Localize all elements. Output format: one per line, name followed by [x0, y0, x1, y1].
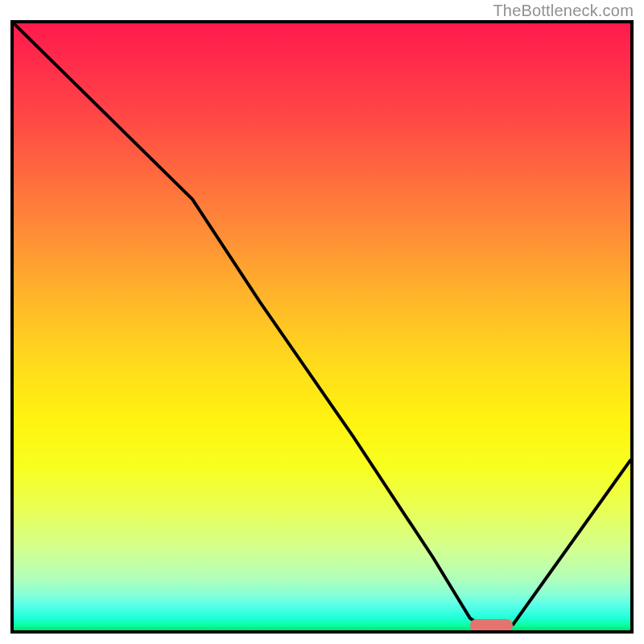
bottleneck-curve	[14, 23, 630, 630]
watermark-text: TheBottleneck.com	[493, 2, 634, 20]
plot-area	[10, 20, 634, 634]
optimum-marker	[470, 619, 514, 632]
bottleneck-chart: TheBottleneck.com	[0, 0, 644, 644]
